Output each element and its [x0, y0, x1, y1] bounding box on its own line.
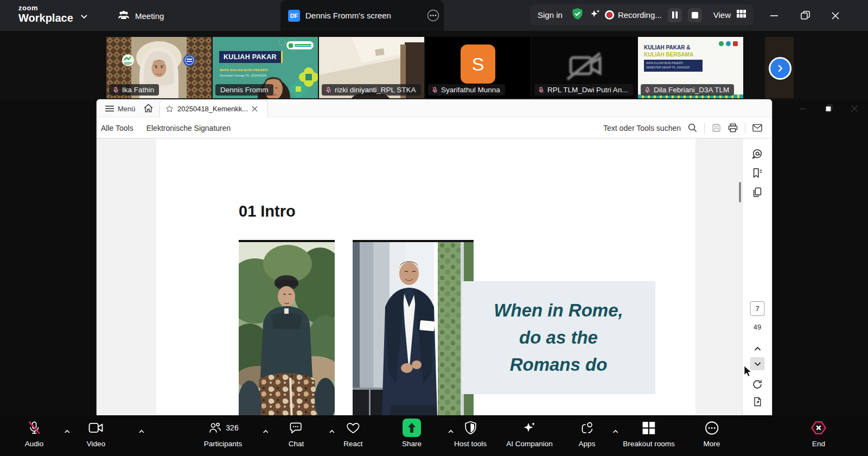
apps-options-chevron[interactable] [612, 426, 619, 436]
pdf-page: 01 Intro [156, 138, 695, 415]
mic-muted-icon [112, 86, 119, 94]
chat-options-chevron[interactable] [329, 426, 335, 436]
heart-icon [346, 421, 361, 435]
ai-sparkle-icon[interactable] [589, 8, 601, 22]
sign-in-button[interactable]: Sign in [538, 10, 563, 20]
ai-companion-label: AI Companion [506, 440, 553, 448]
breakout-rooms-label: Breakout rooms [623, 440, 674, 448]
breakout-rooms-button[interactable]: Breakout rooms [623, 419, 674, 448]
video-tile-ika-fathin[interactable]: Ika Fathin [106, 37, 212, 98]
end-label: End [812, 440, 825, 448]
tab-options-ellipsis-icon[interactable] [427, 9, 439, 24]
end-meeting-button[interactable]: End [810, 419, 827, 448]
share-button[interactable]: Share [402, 419, 422, 448]
participant-name-pill: Syarifathul Munna [428, 84, 505, 96]
document-tab[interactable]: 20250418_Kemenkk... [159, 99, 268, 117]
kemenkes-logo [286, 41, 314, 49]
workspace-chevron-down-icon[interactable] [80, 11, 88, 21]
more-button[interactable]: More [704, 419, 720, 448]
bookmarks-icon[interactable] [749, 165, 765, 181]
print-icon[interactable] [728, 123, 738, 132]
ai-companion-button[interactable]: AI Companion [506, 419, 553, 448]
previous-page-button[interactable] [750, 342, 765, 355]
quote-line-1: When in Rome, [494, 297, 623, 324]
video-tile-syarifathul[interactable]: S Syarifathul Munna [425, 37, 531, 98]
video-tile-rizki[interactable]: rizki diniyanti_RPL STKA [319, 37, 424, 98]
acrobat-toolbar: Alle Tools Elektronische Signaturen Text… [97, 117, 772, 138]
audio-button[interactable]: Audio [25, 419, 44, 448]
export-page-icon[interactable] [749, 394, 765, 410]
meeting-status-cluster: Sign in Recording... View [530, 4, 754, 26]
mail-icon[interactable] [752, 124, 762, 132]
video-camera-icon [88, 421, 104, 434]
star-icon[interactable] [165, 105, 174, 113]
chat-bubble-icon [289, 421, 304, 435]
view-grid-icon[interactable] [737, 10, 746, 20]
close-document-icon[interactable] [252, 106, 258, 112]
chat-button[interactable]: Chat [289, 419, 304, 448]
all-tools-button[interactable]: Alle Tools [101, 124, 133, 132]
view-button[interactable]: View [713, 10, 731, 20]
participant-name-pill: Dennis Fromm [215, 84, 273, 96]
page-number-input[interactable]: 7 [750, 301, 765, 316]
participant-name-pill: Dila Febriani_D3A TLM [641, 84, 734, 96]
scrollbar-thumb[interactable] [739, 182, 741, 202]
share-label: Share [402, 440, 422, 448]
slide-title-banner: KULIAH PAKAR [219, 51, 283, 63]
mic-muted-icon [325, 86, 332, 94]
acrobat-close-button[interactable] [844, 99, 865, 117]
next-videos-button[interactable] [769, 57, 792, 80]
participants-icon [207, 421, 222, 435]
apps-button[interactable]: Apps [579, 419, 596, 448]
e-signatures-button[interactable]: Elektronische Signaturen [146, 124, 231, 132]
tab-shared-screen[interactable]: DF Dennis Fromm's screen [280, 0, 444, 31]
acrobat-minimize-button[interactable] [792, 99, 814, 117]
slide-subtitle-1: MATA KULIAH BUDI PEKERTI [220, 68, 268, 72]
pause-recording-button[interactable] [668, 8, 682, 22]
document-scrollbar[interactable] [738, 138, 742, 415]
acrobat-menu-button[interactable]: Menü [105, 103, 136, 115]
video-tile-dennis-fromm[interactable]: KULIAH PAKAR MATA KULIAH BUDI PEKERTI Se… [213, 37, 318, 98]
mic-muted-icon [27, 420, 42, 435]
participants-button[interactable]: 326 Participants [204, 419, 242, 448]
security-shield-icon[interactable] [572, 8, 583, 22]
pages-icon[interactable] [749, 185, 765, 201]
window-minimize-button[interactable] [762, 0, 787, 31]
comments-icon[interactable] [749, 146, 765, 162]
slide-title-line1: KULIAH PAKAR & [644, 45, 690, 50]
mic-muted-icon [431, 86, 438, 94]
participant-name: Dila Febriani_D3A TLM [654, 86, 729, 94]
video-options-chevron[interactable] [138, 426, 145, 436]
share-options-chevron[interactable] [448, 426, 454, 436]
acrobat-home-button[interactable] [143, 103, 154, 115]
quote-line-2: do as the [519, 324, 598, 351]
mic-muted-icon [538, 86, 545, 94]
video-tile-rpl-tlm[interactable]: RPL TLM_Dwi Putri An... [532, 37, 637, 98]
logo-line2: Workplace [18, 12, 73, 23]
search-icon[interactable] [688, 123, 697, 132]
window-close-button[interactable] [823, 0, 848, 31]
host-tools-button[interactable]: Host tools [454, 419, 487, 448]
search-label[interactable]: Text oder Tools suchen [603, 124, 681, 132]
logo-line1: zoom [18, 4, 73, 11]
video-tile-dila[interactable]: KULIAH PAKAR & KULIAH BERSAMA MATA KULIA… [638, 37, 743, 98]
photo-business-suit [353, 240, 474, 415]
save-icon[interactable] [712, 123, 721, 132]
slide-title-line2: KULIAH BERSAMA [644, 52, 693, 58]
react-button[interactable]: React [343, 419, 362, 448]
meeting-tab-label: Meeting [135, 11, 164, 21]
participants-options-chevron[interactable] [263, 426, 269, 436]
window-restore-button[interactable] [793, 0, 818, 31]
audio-options-chevron[interactable] [64, 426, 71, 436]
shared-screen-tab-title: Dennis Fromm's screen [305, 11, 391, 20]
stop-recording-button[interactable] [688, 8, 702, 22]
video-label: Video [87, 440, 105, 448]
video-button[interactable]: Video [87, 419, 105, 448]
quote-box: When in Rome, do as the Romans do [462, 281, 655, 394]
acrobat-window: Menü 20250418_Kemenkk... All [97, 99, 772, 415]
recording-label: Recording... [618, 10, 662, 20]
more-ellipsis-icon [704, 421, 719, 435]
acrobat-restore-button[interactable] [818, 99, 840, 117]
participant-name-pill: rizki diniyanti_RPL STKA [322, 84, 421, 96]
tab-meeting[interactable]: Meeting [112, 7, 169, 25]
